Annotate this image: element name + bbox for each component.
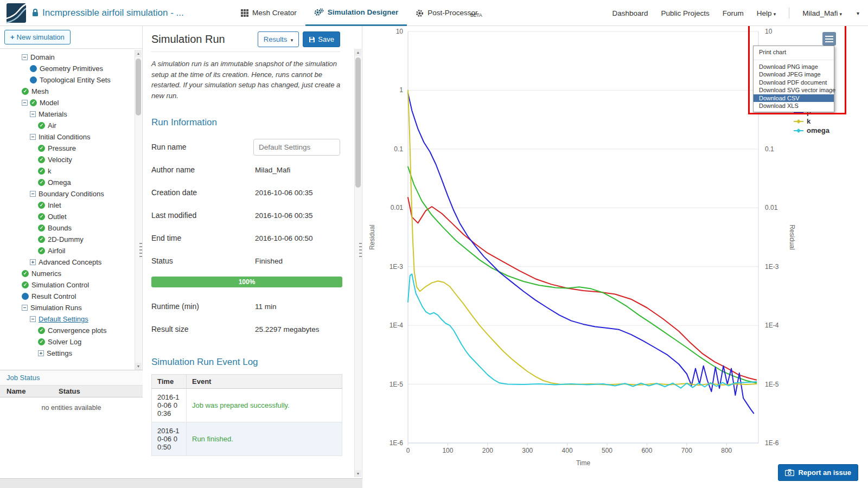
field-value: 2016-10-06 00:50	[255, 234, 313, 242]
tree-item-advanced-concepts[interactable]: Advanced Concepts	[0, 256, 143, 268]
panel-resize-handle[interactable]	[359, 243, 362, 257]
collapse-icon[interactable]	[30, 191, 36, 197]
scrollbar-thumb[interactable]	[136, 59, 141, 115]
tree-item-geometry-primitives[interactable]: Geometry Primitives	[0, 63, 143, 74]
results-button[interactable]: Results ▾	[258, 31, 299, 47]
collapse-icon[interactable]	[22, 305, 28, 311]
page-title: Simulation Run	[151, 33, 258, 46]
scroll-up-arrow[interactable]: ▲	[355, 49, 361, 56]
menu-item-download-csv[interactable]: Download CSV	[754, 94, 834, 102]
tree-item-materials[interactable]: Materials	[0, 108, 143, 120]
menu-item-download-pdf-document[interactable]: Download PDF document	[754, 79, 834, 87]
event-time: 2016-10-06 00:36	[152, 389, 187, 422]
check-icon: ✓	[22, 281, 29, 288]
tree-item-initial-conditions[interactable]: Initial Conditions	[0, 131, 143, 143]
new-simulation-button[interactable]: +New simulation	[4, 30, 71, 44]
tree-item-domain[interactable]: Domain	[0, 52, 143, 63]
y-tick-label-right: 1E-5	[765, 381, 779, 388]
nav-public-projects[interactable]: Public Projects	[661, 9, 710, 17]
nav-forum[interactable]: Forum	[723, 9, 744, 17]
tree-item-velocity[interactable]: ✓Velocity	[0, 154, 143, 165]
panel-resize-handle[interactable]	[139, 243, 142, 257]
tree-item-pressure[interactable]: ✓Pressure	[0, 143, 143, 154]
scroll-up-arrow[interactable]: ▲	[135, 50, 142, 57]
tree-item-bounds[interactable]: ✓Bounds	[0, 222, 143, 234]
collapse-icon[interactable]	[30, 111, 36, 117]
tree-item-simulation-control[interactable]: ✓Simulation Control	[0, 279, 143, 291]
tree-item-inlet[interactable]: ✓Inlet	[0, 200, 143, 211]
tree-item-2d-dummy[interactable]: ✓2D-Dummy	[0, 234, 143, 245]
scroll-down-arrow[interactable]: ▼	[135, 363, 142, 370]
scroll-down-arrow[interactable]: ▼	[355, 470, 361, 477]
field-value: 11 min	[255, 303, 277, 311]
column-name: Name	[7, 387, 59, 395]
tree-item-label: Advanced Concepts	[39, 258, 101, 266]
run-panel-scrollbar[interactable]: ▲ ▼	[354, 49, 361, 477]
field-label: Runtime (min)	[151, 302, 255, 311]
dot-icon	[30, 76, 37, 84]
collapse-icon[interactable]	[30, 134, 36, 140]
tree-item-label: Numerics	[31, 269, 61, 278]
tree-item-boundary-conditions[interactable]: Boundary Conditions	[0, 188, 143, 200]
collapse-icon[interactable]	[22, 54, 28, 60]
y-axis-title-right: Residual	[788, 224, 796, 250]
tab-mesh-creator[interactable]: Mesh Creator	[232, 0, 305, 26]
legend-item-omega[interactable]: omega	[807, 126, 830, 134]
collapse-icon[interactable]	[22, 100, 28, 106]
chart-export-menu: Print chartDownload PNG imageDownload JP…	[753, 46, 834, 112]
tree-item-mesh[interactable]: ✓Mesh	[0, 86, 143, 97]
tree-item-label: Air	[48, 121, 56, 130]
lock-icon	[31, 8, 39, 20]
tree-item-simulation-runs[interactable]: Simulation Runs	[0, 302, 143, 313]
project-title[interactable]: Incmpressible airfoil simulation - ...	[42, 0, 184, 26]
dot-icon	[22, 293, 29, 300]
user-menu[interactable]: Milad_Mafi▾	[802, 9, 842, 17]
tree-item-numerics[interactable]: ✓Numerics	[0, 268, 143, 279]
tree-item-air[interactable]: ✓Air	[0, 120, 143, 131]
field-label: Run name	[151, 143, 253, 151]
tree-item-settings[interactable]: Settings	[0, 348, 143, 359]
field-run-name: Run name	[151, 136, 340, 158]
nav-help[interactable]: Help▾	[757, 9, 776, 17]
nav-dashboard[interactable]: Dashboard	[612, 9, 648, 17]
check-icon: ✓	[38, 338, 45, 345]
simulation-run-panel: Simulation Run Results ▾ Save A simulati…	[143, 26, 362, 478]
tree-item-airfoil[interactable]: ✓Airfoil	[0, 245, 143, 256]
tree-scrollbar[interactable]: ▲ ▼	[135, 50, 142, 370]
tree-item-omega[interactable]: ✓Omega	[0, 177, 143, 188]
tree-item-solver-log[interactable]: ✓Solver Log	[0, 336, 143, 348]
collapse-icon[interactable]	[30, 316, 36, 322]
report-issue-button[interactable]: Report an issue	[778, 464, 858, 481]
menu-item-download-xls[interactable]: Download XLS	[754, 102, 834, 110]
tree-item-label: Simulation Runs	[30, 304, 82, 312]
tree-item-result-control[interactable]: Result Control	[0, 291, 143, 302]
simscale-logo[interactable]	[5, 2, 27, 24]
menu-item-download-jpeg-image[interactable]: Download JPEG image	[754, 70, 834, 79]
tree-item-default-settings[interactable]: Default Settings	[0, 313, 143, 325]
menu-item-download-svg-vector-image[interactable]: Download SVG vector image	[754, 86, 834, 94]
scrollbar-thumb[interactable]	[355, 57, 361, 188]
save-button[interactable]: Save	[303, 31, 340, 47]
check-icon: ✓	[22, 270, 29, 277]
tree-item-topological-entity-sets[interactable]: Topological Entity Sets	[0, 74, 143, 86]
event-log-heading: Simulation Run Event Log	[151, 357, 340, 368]
tree-item-convergence-plots[interactable]: ✓Convergence plots	[0, 325, 143, 336]
legend-item-k[interactable]: k	[807, 117, 811, 125]
field-status: StatusFinished	[151, 249, 340, 272]
expand-icon[interactable]	[38, 350, 44, 356]
tree-item-model[interactable]: ✓Model	[0, 97, 143, 108]
check-icon: ✓	[38, 179, 45, 186]
menu-item-download-png-image[interactable]: Download PNG image	[754, 63, 834, 71]
y-tick-label-right: 1E-3	[765, 263, 779, 271]
run-name-input[interactable]	[253, 139, 340, 156]
tab-post-processor[interactable]: Post-Processor BETA	[407, 0, 486, 26]
y-tick-label-left: 1	[399, 86, 403, 94]
tab-simulation-designer[interactable]: Simulation Designer	[305, 0, 407, 26]
chart-context-menu-button[interactable]	[822, 32, 836, 46]
expand-icon[interactable]	[30, 259, 36, 265]
tree-item-k[interactable]: ✓k	[0, 165, 143, 177]
menu-item-print-chart[interactable]: Print chart	[754, 46, 834, 60]
field-label: Last modified	[151, 211, 255, 220]
tree-item-outlet[interactable]: ✓Outlet	[0, 211, 143, 222]
chevron-down-icon[interactable]: ▾	[857, 10, 859, 16]
